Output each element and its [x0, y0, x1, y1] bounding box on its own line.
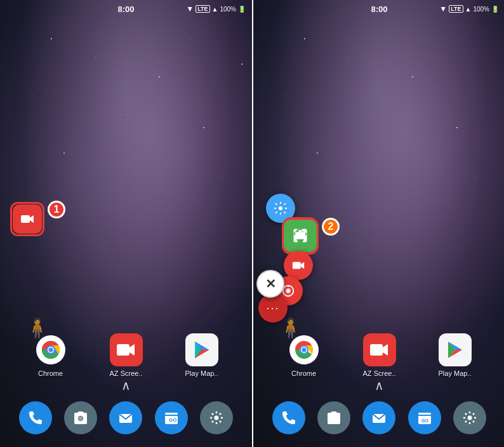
- battery-icon-2: 🔋: [491, 6, 499, 13]
- app-play-2[interactable]: Play Map..: [439, 333, 472, 377]
- svg-rect-36: [370, 344, 383, 356]
- dock-camera-2[interactable]: [317, 401, 350, 434]
- dock-settings-1[interactable]: [200, 401, 233, 434]
- up-arrow-1[interactable]: ∧: [121, 378, 131, 393]
- highlight-box-2: [282, 218, 319, 255]
- az-icon-1: [110, 333, 143, 366]
- battery-text-1: 100%: [220, 6, 236, 13]
- app-chrome-2[interactable]: Chrome: [288, 333, 321, 377]
- svg-point-42: [332, 417, 336, 420]
- dock-mail-2[interactable]: [362, 401, 395, 434]
- dock-mail-1[interactable]: [109, 401, 142, 434]
- svg-rect-8: [117, 344, 129, 356]
- battery-icon-1: 🔋: [238, 6, 246, 13]
- dock-files-1[interactable]: GO: [155, 401, 188, 434]
- app-az-2[interactable]: AZ Scree..: [363, 333, 396, 377]
- play-icon-2: [439, 333, 472, 366]
- step-badge-1: 1: [48, 201, 65, 218]
- az-icon-2: [363, 333, 396, 366]
- svg-point-29: [286, 289, 290, 293]
- play-label-2: Play Map..: [439, 370, 472, 377]
- chrome-label-1: Chrome: [38, 370, 63, 377]
- status-right-2: ▼ LTE ▲ 100% 🔋: [439, 4, 499, 13]
- wifi-icon-2: ▼: [439, 4, 447, 13]
- battery-text-2: 100%: [473, 6, 489, 13]
- dock-2: GO: [253, 401, 504, 434]
- az-label-2: AZ Scree..: [363, 370, 396, 377]
- signal-icon-2: ▲: [465, 6, 472, 13]
- home-apps-2: Chrome AZ Scree..: [253, 333, 504, 377]
- svg-point-34: [302, 348, 306, 352]
- status-right-1: ▼ LTE ▲ 100% 🔋: [186, 4, 246, 13]
- dock-phone-1[interactable]: [19, 401, 52, 434]
- up-arrow-2[interactable]: ∧: [375, 378, 384, 393]
- play-icon-1: [185, 333, 218, 366]
- step-badge-2: 2: [322, 218, 340, 236]
- time-1: 8:00: [117, 4, 134, 14]
- lte-badge-1: LTE: [196, 5, 209, 13]
- svg-text:GO: GO: [169, 417, 176, 423]
- svg-point-30: [288, 285, 289, 287]
- app-az-1[interactable]: AZ Scree..: [110, 333, 143, 377]
- play-label-1: Play Map..: [185, 370, 218, 377]
- dock-1: GO: [0, 401, 252, 434]
- svg-marker-26: [301, 262, 305, 269]
- svg-point-10: [121, 356, 125, 360]
- svg-point-21: [215, 416, 219, 420]
- svg-point-46: [468, 416, 472, 420]
- time-2: 8:00: [371, 4, 387, 14]
- home-apps-1: Chrome AZ Scree..: [0, 333, 252, 377]
- signal-icon-1: ▲: [212, 6, 218, 13]
- app-chrome-1[interactable]: Chrome: [34, 333, 67, 377]
- wifi-icon-1: ▼: [186, 4, 194, 13]
- phone-screen-2: 8:00 ▼ LTE ▲ 100% 🔋 🧍: [253, 0, 504, 447]
- svg-text:GO: GO: [421, 418, 428, 423]
- dock-camera-1[interactable]: [64, 401, 97, 434]
- az-label-1: AZ Scree..: [110, 370, 143, 377]
- chrome-label-2: Chrome: [291, 370, 316, 377]
- status-bar-1: 8:00 ▼ LTE ▲ 100% 🔋: [0, 0, 252, 18]
- svg-point-6: [48, 348, 53, 352]
- lte-badge-2: LTE: [449, 5, 463, 13]
- svg-point-17: [79, 417, 83, 420]
- dock-phone-2[interactable]: [272, 401, 305, 434]
- dock-files-2[interactable]: GO: [408, 401, 441, 434]
- highlight-box-1: [10, 202, 44, 236]
- svg-rect-25: [293, 262, 301, 269]
- app-play-1[interactable]: Play Map..: [185, 333, 218, 377]
- status-bar-2: 8:00 ▼ LTE ▲ 100% 🔋: [253, 0, 504, 18]
- svg-point-22: [279, 206, 282, 210]
- cliff-figure-1: 🧍: [25, 317, 49, 339]
- dock-settings-2[interactable]: [453, 401, 486, 434]
- phone-screen-1: 8:00 ▼ LTE ▲ 100% 🔋 🧍 1: [0, 0, 252, 447]
- popup-close-btn[interactable]: ✕: [256, 270, 284, 298]
